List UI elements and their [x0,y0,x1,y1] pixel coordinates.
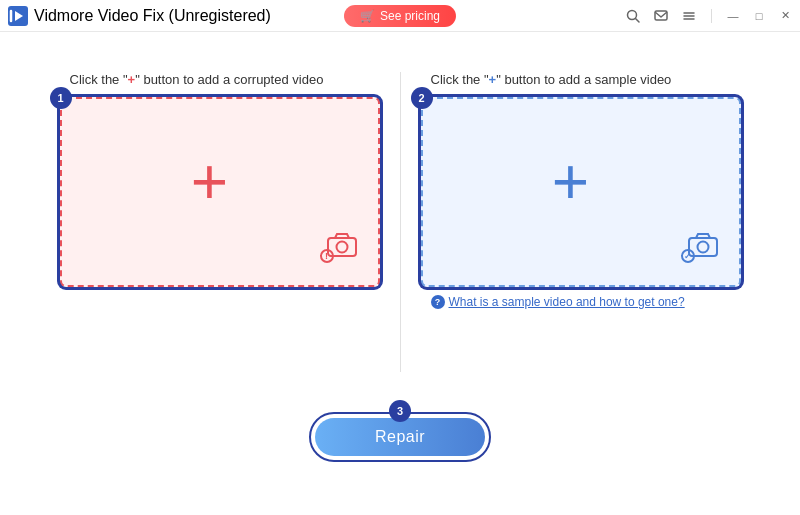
menu-icon[interactable] [681,8,697,24]
titlebar-controls: — □ ✕ [625,8,792,24]
plus-red: + [128,72,136,87]
maximize-button[interactable]: □ [752,9,766,23]
divider [711,9,712,23]
app-title: Vidmore Video Fix (Unregistered) [34,7,271,25]
left-panel-label: Click the "+" button to add a corrupted … [70,72,324,87]
app-logo-icon [8,6,28,26]
see-pricing-button[interactable]: 🛒 See pricing [344,5,456,27]
cart-icon: 🛒 [360,9,375,23]
close-button[interactable]: ✕ [778,9,792,23]
message-icon[interactable] [653,8,669,24]
right-panel-label: Click the "+" button to add a sample vid… [431,72,672,87]
titlebar: Vidmore Video Fix (Unregistered) 🛒 See p… [0,0,800,32]
help-link[interactable]: ? What is a sample video and how to get … [431,295,685,309]
plus-blue: + [489,72,497,87]
step-badge-3: 3 [389,400,411,422]
pricing-label: See pricing [380,9,440,23]
main-content: Click the "+" button to add a corrupted … [0,32,800,515]
help-icon: ? [431,295,445,309]
corrupted-video-upload-box[interactable]: + ! [60,97,380,287]
svg-point-10 [336,242,347,253]
repair-section: 3 Repair [309,412,491,462]
svg-rect-5 [655,11,667,20]
panel-divider [400,72,401,372]
svg-line-4 [636,18,640,22]
camera-sample-icon [685,231,721,265]
search-icon[interactable] [625,8,641,24]
svg-point-12 [697,242,708,253]
step-badge-1: 1 [50,87,72,109]
repair-button[interactable]: Repair [315,418,485,456]
add-corrupted-icon: + [191,150,228,214]
sample-video-panel: Click the "+" button to add a sample vid… [421,72,741,309]
help-link-text: What is a sample video and how to get on… [449,295,685,309]
panels-row: Click the "+" button to add a corrupted … [40,72,760,372]
step-badge-2: 2 [411,87,433,109]
corrupted-video-panel: Click the "+" button to add a corrupted … [60,72,380,287]
left-panel-container: 1 + ! [60,97,380,287]
app-logo: Vidmore Video Fix (Unregistered) [8,6,271,26]
camera-corrupted-icon [324,231,360,265]
sample-video-upload-box[interactable]: + ✓ [421,97,741,287]
minimize-button[interactable]: — [726,9,740,23]
add-sample-icon: + [552,150,589,214]
right-panel-container: 2 + ✓ [421,97,741,287]
